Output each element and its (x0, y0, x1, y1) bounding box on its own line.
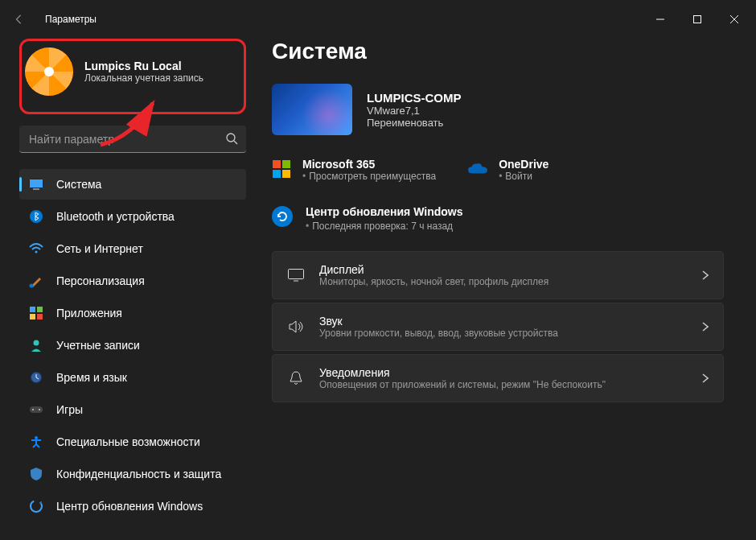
bell-icon (287, 371, 305, 385)
svg-point-4 (227, 134, 235, 142)
svg-rect-27 (273, 170, 281, 178)
sidebar-item-update[interactable]: Центр обновления Windows (19, 491, 246, 521)
profile-name: Lumpics Ru Local (84, 60, 203, 72)
bluetooth-icon (29, 209, 43, 224)
maximize-button[interactable] (679, 6, 716, 32)
windows-update-card[interactable]: Центр обновления Windows •Последняя пров… (272, 204, 724, 232)
microsoft-365-card[interactable]: Microsoft 365 •Просмотреть преимущества (272, 158, 436, 182)
avatar (25, 47, 73, 96)
profile-subtitle: Локальная учетная запись (84, 72, 203, 84)
svg-point-10 (30, 284, 34, 288)
svg-rect-26 (282, 160, 290, 168)
clock-icon (29, 370, 43, 385)
nav-list: Система Bluetooth и устройства Сеть и Ин… (19, 169, 246, 521)
chevron-right-icon (702, 322, 709, 332)
display-card[interactable]: Дисплей Мониторы, яркость, ночной свет, … (272, 251, 724, 299)
sidebar-item-label: Сеть и Интернет (56, 242, 143, 255)
sidebar-item-label: Система (56, 178, 101, 191)
sound-card[interactable]: Звук Уровни громкости, вывод, ввод, звук… (272, 303, 724, 351)
device-name: LUMPICS-COMP (367, 91, 462, 105)
device-info[interactable]: LUMPICS-COMP VMware7,1 Переименовать (272, 84, 724, 135)
card-sub: Уровни громкости, вывод, ввод, звуковые … (319, 328, 688, 339)
search-icon (225, 132, 238, 145)
person-icon (29, 338, 43, 352)
onedrive-icon (468, 159, 487, 179)
device-model: VMware7,1 (367, 105, 462, 117)
sidebar-item-label: Конфиденциальность и защита (56, 468, 221, 480)
onedrive-title: OneDrive (499, 158, 549, 171)
svg-rect-13 (30, 314, 35, 319)
m365-sub: Просмотреть преимущества (309, 171, 436, 182)
svg-line-5 (234, 141, 237, 144)
svg-point-15 (34, 340, 39, 346)
brush-icon (29, 274, 43, 288)
sidebar-item-privacy[interactable]: Конфиденциальность и защита (19, 459, 246, 489)
window-title: Параметры (45, 14, 97, 25)
sidebar-item-bluetooth[interactable]: Bluetooth и устройства (19, 201, 246, 232)
sidebar-item-label: Игры (56, 403, 83, 416)
svg-rect-11 (30, 307, 35, 312)
wifi-icon (29, 241, 43, 256)
onedrive-sub: Войти (505, 171, 532, 182)
apps-icon (29, 306, 43, 320)
svg-point-23 (35, 436, 38, 439)
rename-link[interactable]: Переименовать (367, 117, 462, 129)
sidebar-item-apps[interactable]: Приложения (19, 298, 246, 328)
svg-point-22 (39, 409, 40, 410)
gamepad-icon (29, 402, 43, 417)
sidebar-item-label: Bluetooth и устройства (56, 210, 175, 223)
sidebar-item-accounts[interactable]: Учетные записи (19, 330, 246, 361)
svg-rect-28 (282, 170, 290, 178)
card-title: Дисплей (319, 263, 688, 276)
svg-rect-14 (37, 314, 43, 319)
minimize-button[interactable] (642, 6, 679, 32)
svg-rect-7 (33, 188, 39, 190)
shield-icon (29, 467, 43, 481)
sidebar-item-label: Центр обновления Windows (56, 500, 203, 513)
sidebar-item-label: Приложения (56, 307, 122, 319)
card-sub: Мониторы, яркость, ночной свет, профиль … (319, 276, 688, 287)
svg-rect-29 (289, 270, 304, 279)
sidebar-item-gaming[interactable]: Игры (19, 394, 246, 425)
svg-rect-6 (30, 179, 43, 188)
svg-point-9 (35, 251, 38, 254)
chevron-right-icon (702, 270, 709, 280)
display-icon (287, 269, 305, 282)
notifications-card[interactable]: Уведомления Оповещения от приложений и с… (272, 354, 724, 402)
update-sub: Последняя проверка: 7 ч назад (312, 221, 453, 232)
svg-rect-25 (273, 160, 281, 168)
sidebar-item-system[interactable]: Система (19, 169, 246, 200)
sidebar-item-label: Персонализация (56, 274, 145, 287)
card-title: Звук (319, 315, 688, 328)
user-profile[interactable]: Lumpics Ru Local Локальная учетная запис… (19, 39, 246, 114)
m365-title: Microsoft 365 (302, 158, 436, 171)
sidebar-item-label: Время и язык (56, 371, 127, 384)
sidebar-item-personalization[interactable]: Персонализация (19, 266, 246, 296)
sidebar-item-accessibility[interactable]: Специальные возможности (19, 427, 246, 457)
card-sub: Оповещения от приложений и системы, режи… (319, 379, 688, 390)
update-icon (29, 499, 43, 513)
sidebar-item-time[interactable]: Время и язык (19, 362, 246, 393)
svg-rect-1 (694, 16, 701, 23)
microsoft-icon (272, 159, 291, 179)
accessibility-icon (29, 435, 43, 449)
svg-point-21 (32, 409, 34, 410)
sound-icon (287, 320, 305, 333)
sync-icon (272, 206, 293, 227)
svg-point-24 (31, 501, 42, 512)
card-title: Уведомления (319, 366, 688, 379)
svg-rect-20 (30, 406, 43, 413)
update-title: Центр обновления Windows (306, 204, 463, 219)
system-icon (29, 177, 43, 192)
onedrive-card[interactable]: OneDrive •Войти (468, 158, 549, 182)
search-input[interactable] (19, 126, 246, 153)
close-button[interactable] (716, 6, 753, 32)
page-title: Система (272, 39, 724, 64)
chevron-right-icon (702, 373, 709, 383)
sidebar-item-network[interactable]: Сеть и Интернет (19, 233, 246, 264)
sidebar-item-label: Учетные записи (56, 339, 140, 352)
svg-rect-12 (37, 307, 43, 312)
back-button[interactable] (3, 3, 35, 35)
search-box[interactable] (19, 126, 246, 153)
device-thumbnail (272, 84, 352, 135)
